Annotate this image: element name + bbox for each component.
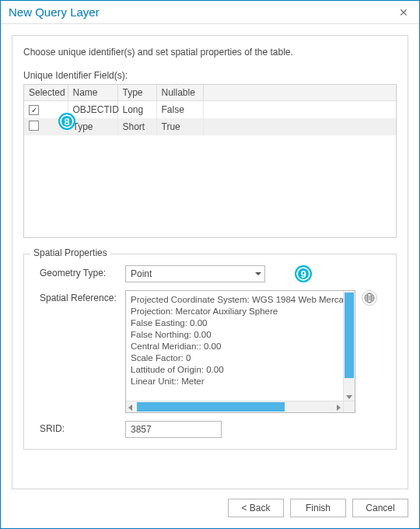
scroll-down-icon[interactable] (346, 395, 352, 399)
col-rest-header (203, 85, 396, 101)
chevron-down-icon (255, 272, 261, 275)
row-checkbox[interactable] (29, 105, 39, 115)
row-nullable: True (156, 118, 203, 135)
unique-id-table: Selected Name Type Nullable OBJECTID Lon… (23, 84, 397, 238)
new-query-layer-dialog: New Query Layer ✕ Choose unique identifi… (0, 0, 420, 529)
globe-icon (364, 293, 375, 303)
table-row[interactable]: OBJECTID Long False (24, 101, 396, 118)
horizontal-scrollbar[interactable] (126, 401, 343, 412)
row-type: Short (117, 118, 156, 135)
scroll-corner (343, 401, 355, 412)
spatial-properties-group: Spatial Properties Geometry Type: Point … (23, 254, 397, 450)
close-button[interactable]: ✕ (396, 6, 411, 19)
dialog-title: New Query Layer (9, 5, 100, 19)
choose-coordinate-system-button[interactable] (362, 290, 377, 306)
spatial-legend: Spatial Properties (30, 247, 110, 258)
content-panel: Choose unique identifier(s) and set spat… (12, 35, 408, 489)
back-button[interactable]: < Back (228, 499, 284, 517)
spatial-reference-box[interactable]: Projected Coordinate System: WGS 1984 We… (125, 290, 355, 413)
instruction-text: Choose unique identifier(s) and set spat… (23, 47, 397, 58)
geometry-type-row: Geometry Type: Point 9 (33, 265, 387, 282)
col-selected-header[interactable]: Selected (24, 85, 68, 101)
row-nullable: False (156, 101, 203, 118)
col-name-header[interactable]: Name (68, 85, 117, 101)
spatial-reference-text: Projected Coordinate System: WGS 1984 We… (131, 294, 355, 411)
table-row[interactable]: Type Short True (24, 118, 396, 135)
scrollbar-thumb[interactable] (137, 402, 285, 412)
row-name: Type (68, 118, 117, 135)
unique-id-label: Unique Identifier Field(s): (23, 70, 397, 81)
srid-row: SRID: (33, 421, 387, 438)
finish-button[interactable]: Finish (290, 499, 346, 517)
table-header-row: Selected Name Type Nullable (24, 85, 396, 101)
col-type-header[interactable]: Type (117, 85, 156, 101)
callout-9: 9 (295, 265, 312, 282)
vertical-scrollbar[interactable] (343, 291, 355, 401)
dialog-content: Choose unique identifier(s) and set spat… (1, 24, 419, 489)
titlebar: New Query Layer ✕ (1, 1, 419, 24)
col-nullable-header[interactable]: Nullable (156, 85, 203, 101)
scroll-left-icon[interactable] (128, 405, 132, 411)
srid-input[interactable] (125, 421, 222, 438)
scroll-right-icon[interactable] (337, 405, 341, 411)
geometry-type-value: Point (131, 268, 152, 279)
row-name: OBJECTID (68, 101, 117, 118)
geometry-type-select[interactable]: Point (125, 265, 265, 282)
geometry-type-label: Geometry Type: (33, 265, 125, 279)
row-type: Long (117, 101, 156, 118)
scrollbar-thumb[interactable] (345, 293, 354, 378)
dialog-footer: < Back Finish Cancel (1, 489, 419, 528)
row-checkbox[interactable] (29, 121, 39, 131)
spatial-reference-row: Spatial Reference: Projected Coordinate … (33, 290, 387, 413)
srid-label: SRID: (33, 421, 125, 434)
spatial-reference-label: Spatial Reference: (33, 290, 125, 303)
cancel-button[interactable]: Cancel (352, 499, 408, 517)
